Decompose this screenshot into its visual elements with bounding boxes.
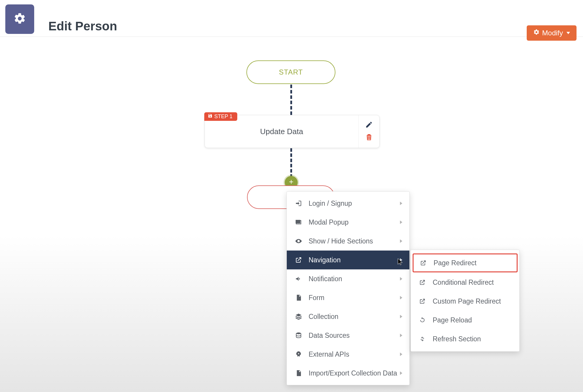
submenu-item-page-reload[interactable]: Page Reload	[411, 311, 519, 330]
menu-item-data-sources[interactable]: Data Sources	[287, 326, 409, 345]
svg-point-0	[296, 332, 301, 334]
submenu-item-custom-page-redirect[interactable]: Custom Page Redirect	[411, 292, 519, 311]
menu-item-label: Navigation	[309, 256, 400, 264]
gears-icon	[13, 12, 26, 26]
layers-icon	[295, 313, 309, 320]
submenu-item-label: Page Redirect	[434, 259, 511, 267]
menu-item-notification[interactable]: Notification	[287, 269, 409, 288]
app-header: Edit Person Modify	[0, 0, 583, 37]
save-icon	[208, 113, 213, 120]
external-icon	[419, 279, 433, 286]
chevron-right-icon	[400, 277, 402, 281]
menu-item-label: Data Sources	[309, 332, 400, 340]
menu-item-label: External APIs	[309, 350, 400, 358]
menu-item-label: Login / Signup	[309, 200, 400, 207]
chevron-right-icon	[400, 239, 402, 243]
menu-item-label: Show / Hide Sections	[309, 237, 400, 245]
menu-item-external-apis[interactable]: External APIs	[287, 345, 409, 364]
menu-item-form[interactable]: Form	[287, 288, 409, 307]
sync-icon	[419, 336, 433, 342]
menu-item-label: Form	[309, 294, 400, 302]
menu-item-label: Import/Export Collection Data	[309, 369, 400, 377]
external-icon	[295, 256, 309, 263]
page-title: Edit Person	[48, 19, 117, 33]
step-label: Update Data	[205, 127, 358, 136]
chevron-right-icon	[400, 220, 402, 224]
trash-icon[interactable]	[365, 133, 373, 142]
caret-down-icon	[566, 32, 570, 34]
file-icon	[295, 294, 309, 301]
menu-item-modal-popup[interactable]: Modal Popup	[287, 213, 409, 232]
submenu-item-page-redirect[interactable]: Page Redirect	[413, 253, 518, 272]
file-icon	[295, 370, 309, 377]
refresh-icon	[419, 317, 433, 323]
submenu-item-label: Page Reload	[433, 316, 512, 324]
step-actions	[358, 115, 379, 148]
start-label: START	[279, 68, 303, 76]
start-node[interactable]: START	[246, 60, 335, 84]
step-badge-text: STEP 1	[214, 113, 233, 120]
chevron-right-icon	[400, 296, 402, 299]
menu-item-login-signup[interactable]: Login / Signup	[287, 194, 409, 213]
submenu-item-label: Custom Page Redirect	[433, 297, 512, 305]
connector-line	[290, 85, 292, 115]
step-node[interactable]: STEP 1 Update Data	[205, 115, 380, 148]
rocket-icon	[295, 351, 309, 358]
navigation-submenu: Page RedirectConditional RedirectCustom …	[411, 250, 520, 352]
menu-item-navigation[interactable]: Navigation	[287, 251, 409, 269]
menu-item-import-export-collection-data[interactable]: Import/Export Collection Data	[287, 364, 409, 383]
connector-line	[290, 148, 292, 178]
database-icon	[295, 332, 309, 339]
edit-icon[interactable]	[365, 121, 373, 130]
megaphone-icon	[295, 275, 309, 282]
menu-item-collection[interactable]: Collection	[287, 307, 409, 326]
eye-icon	[295, 238, 309, 245]
submenu-item-conditional-redirect[interactable]: Conditional Redirect	[411, 273, 519, 292]
modify-label: Modify	[542, 29, 563, 37]
chevron-right-icon	[400, 371, 402, 375]
chevron-right-icon	[400, 202, 402, 205]
submenu-item-label: Refresh Section	[433, 335, 512, 343]
step-badge: STEP 1	[204, 112, 237, 121]
chevron-right-icon	[400, 353, 402, 356]
workflow-canvas: START STEP 1 Update Data Login / SignupM…	[0, 37, 583, 392]
external-icon	[419, 298, 433, 304]
modal-icon	[295, 219, 309, 226]
chevron-right-icon	[400, 258, 402, 262]
menu-item-label: Collection	[309, 313, 400, 321]
chevron-right-icon	[400, 315, 402, 318]
external-icon	[420, 260, 434, 266]
action-type-menu: Login / SignupModal PopupShow / Hide Sec…	[286, 191, 410, 385]
menu-item-label: Modal Popup	[309, 218, 400, 226]
menu-item-label: Notification	[309, 275, 400, 283]
submenu-item-refresh-section[interactable]: Refresh Section	[411, 330, 519, 348]
chevron-right-icon	[400, 334, 402, 337]
login-icon	[295, 200, 309, 207]
app-logo-button[interactable]	[5, 4, 34, 34]
gear-icon	[533, 29, 540, 37]
submenu-item-label: Conditional Redirect	[433, 279, 512, 286]
menu-item-show-hide-sections[interactable]: Show / Hide Sections	[287, 232, 409, 251]
